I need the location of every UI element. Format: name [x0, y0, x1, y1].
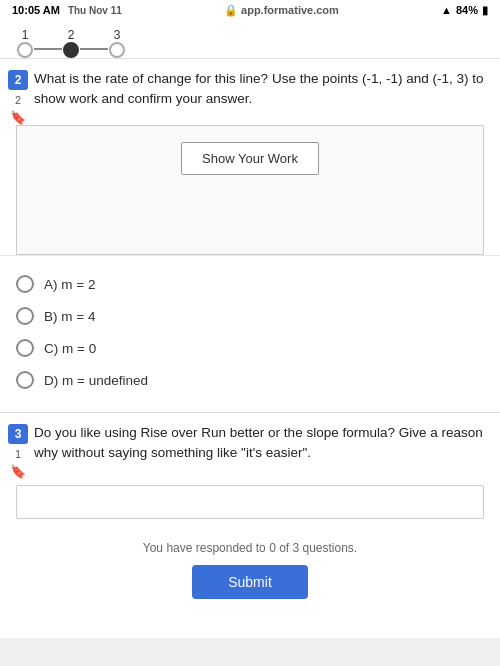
- step-line-1: [34, 48, 62, 50]
- radio-c[interactable]: [16, 339, 34, 357]
- question-2-badge: 2: [8, 70, 28, 90]
- show-work-button[interactable]: Show Your Work: [181, 142, 319, 175]
- choice-label-a: A) m = 2: [44, 277, 95, 292]
- step-circle-2: [63, 42, 79, 58]
- question-3-badge: 3: [8, 424, 28, 444]
- status-time: 10:05 AM Thu Nov 11: [12, 4, 122, 16]
- main-content: 1 2 3 2 2 🔖 What is: [0, 20, 500, 638]
- show-work-area[interactable]: Show Your Work: [16, 125, 484, 255]
- question-2-row: 2 2 🔖 What is the rate of change for thi…: [0, 59, 500, 125]
- question-3-input-wrapper[interactable]: [16, 485, 484, 519]
- question-2-badge-col: 2 2 🔖: [0, 59, 34, 125]
- radio-a[interactable]: [16, 275, 34, 293]
- address-url: 🔒 app.formative.com: [224, 4, 339, 17]
- status-right: ▲ 84% ▮: [441, 4, 488, 17]
- battery-label: 84%: [456, 4, 478, 16]
- choices-area: A) m = 2 B) m = 4 C) m = 0 D) m = undefi…: [0, 255, 500, 408]
- question-3-input[interactable]: [17, 486, 483, 518]
- choice-label-b: B) m = 4: [44, 309, 95, 324]
- step-line-2: [80, 48, 108, 50]
- step-circle-3: [109, 42, 125, 58]
- status-bar: 10:05 AM Thu Nov 11 🔒 app.formative.com …: [0, 0, 500, 20]
- question-3-content: Do you like using Rise over Run better o…: [34, 413, 500, 464]
- radio-d[interactable]: [16, 371, 34, 389]
- progress-steps: 1 2 3: [0, 20, 500, 58]
- wifi-icon: ▲: [441, 4, 452, 16]
- day-label: Thu Nov 11: [68, 5, 122, 16]
- question-3-text: Do you like using Rise over Run better o…: [34, 423, 488, 464]
- submit-button[interactable]: Submit: [192, 565, 308, 599]
- choice-item-b[interactable]: B) m = 4: [16, 300, 484, 332]
- step-circle-1: [17, 42, 33, 58]
- question-3-row: 3 1 🔖 Do you like using Rise over Run be…: [0, 413, 500, 479]
- choice-label-c: C) m = 0: [44, 341, 96, 356]
- question-3-badge-col: 3 1 🔖: [0, 413, 34, 479]
- radio-b[interactable]: [16, 307, 34, 325]
- choice-item-c[interactable]: C) m = 0: [16, 332, 484, 364]
- step-label-3: 3: [108, 28, 126, 42]
- response-count-q2: 2: [15, 94, 21, 106]
- question-2-text: What is the rate of change for this line…: [34, 69, 488, 110]
- responded-text: You have responded to 0 of 3 questions.: [143, 541, 357, 555]
- url-text: app.formative.com: [241, 4, 339, 16]
- question-2-content: What is the rate of change for this line…: [34, 59, 500, 110]
- bookmark-icon-q2: 🔖: [10, 110, 26, 125]
- battery-icon: ▮: [482, 4, 488, 17]
- bookmark-icon-q3: 🔖: [10, 464, 26, 479]
- question-3-block: 3 1 🔖 Do you like using Rise over Run be…: [0, 412, 500, 519]
- choice-item-a[interactable]: A) m = 2: [16, 268, 484, 300]
- step-label-1: 1: [16, 28, 34, 42]
- lock-icon: 🔒: [224, 4, 238, 16]
- choice-label-d: D) m = undefined: [44, 373, 148, 388]
- question-2-block: 2 2 🔖 What is the rate of change for thi…: [0, 58, 500, 408]
- choice-item-d[interactable]: D) m = undefined: [16, 364, 484, 396]
- time-label: 10:05 AM: [12, 4, 60, 16]
- response-count-q3: 1: [15, 448, 21, 460]
- footer-section: You have responded to 0 of 3 questions. …: [0, 529, 500, 611]
- step-label-2: 2: [62, 28, 80, 42]
